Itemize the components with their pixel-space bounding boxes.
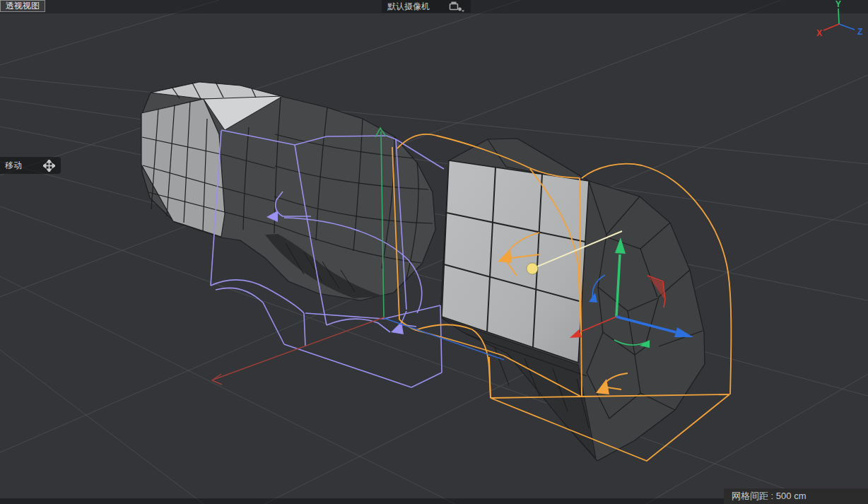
axis-x-label: X — [816, 28, 822, 38]
move-cross-arrows-icon — [43, 160, 55, 172]
grid-spacing-label: 网格间距 : 500 cm — [732, 491, 806, 501]
viewport-3d[interactable]: 透视视图 默认摄像机 移动 Y X Z — [0, 0, 868, 504]
axis-orientation-hud: Y X Z — [811, 0, 868, 40]
camera-icon[interactable] — [448, 1, 465, 12]
ground-grid — [0, 0, 868, 504]
gizmo-origin-handle[interactable] — [527, 263, 538, 274]
grid-spacing-status: 网格间距 : 500 cm — [724, 488, 868, 504]
mesh-object-left[interactable] — [141, 82, 435, 300]
camera-label: 默认摄像机 — [387, 1, 430, 13]
axis-z-label: Z — [857, 27, 862, 37]
active-tool-tag[interactable]: 移动 — [0, 157, 61, 174]
chevron-down-icon — [462, 11, 464, 13]
scene-canvas[interactable] — [0, 0, 868, 504]
view-menu-label[interactable]: 透视视图 — [0, 0, 45, 12]
axis-y-label: Y — [835, 0, 841, 9]
camera-selector[interactable]: 默认摄像机 — [382, 0, 471, 13]
active-tool-label: 移动 — [5, 160, 22, 172]
